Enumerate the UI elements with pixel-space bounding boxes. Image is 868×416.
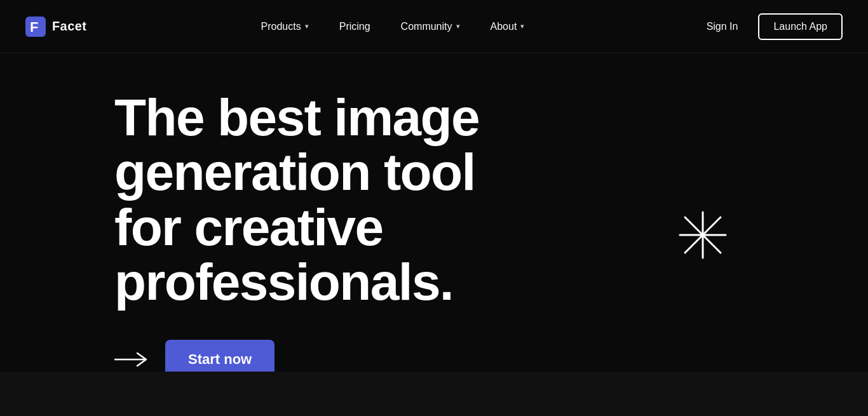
logo-text: Facet	[52, 19, 86, 34]
nav-products-label: Products	[261, 21, 301, 32]
hero-section: The best image generation tool for creat…	[0, 53, 868, 416]
sparkle-decoration-icon	[677, 210, 728, 260]
nav-pricing-label: Pricing	[339, 21, 370, 32]
nav-item-about[interactable]: About ▾	[475, 0, 540, 53]
navbar: F Facet Products ▾ Pricing Community ▾ A…	[0, 0, 868, 53]
sign-in-button[interactable]: Sign In	[699, 16, 746, 37]
hero-title-line2: for creative professionals.	[114, 198, 453, 311]
arrow-icon	[114, 351, 153, 368]
about-chevron-icon: ▾	[520, 22, 524, 30]
nav-community-label: Community	[401, 21, 452, 32]
nav-links: Products ▾ Pricing Community ▾ About ▾	[246, 0, 540, 53]
community-chevron-icon: ▾	[456, 22, 460, 30]
hero-content: The best image generation tool for creat…	[114, 90, 686, 379]
nav-about-label: About	[491, 21, 517, 32]
nav-item-pricing[interactable]: Pricing	[324, 0, 386, 53]
hero-title: The best image generation tool for creat…	[114, 90, 686, 309]
launch-app-button[interactable]: Launch App	[758, 13, 843, 40]
svg-text:F: F	[30, 19, 38, 35]
nav-item-community[interactable]: Community ▾	[386, 0, 475, 53]
products-chevron-icon: ▾	[305, 22, 309, 30]
bottom-strip	[0, 372, 868, 416]
hero-title-line1: The best image generation tool	[114, 88, 479, 201]
nav-item-products[interactable]: Products ▾	[246, 0, 324, 53]
logo[interactable]: F Facet	[25, 17, 86, 37]
facet-logo-icon: F	[25, 17, 46, 37]
nav-actions: Sign In Launch App	[699, 13, 843, 40]
